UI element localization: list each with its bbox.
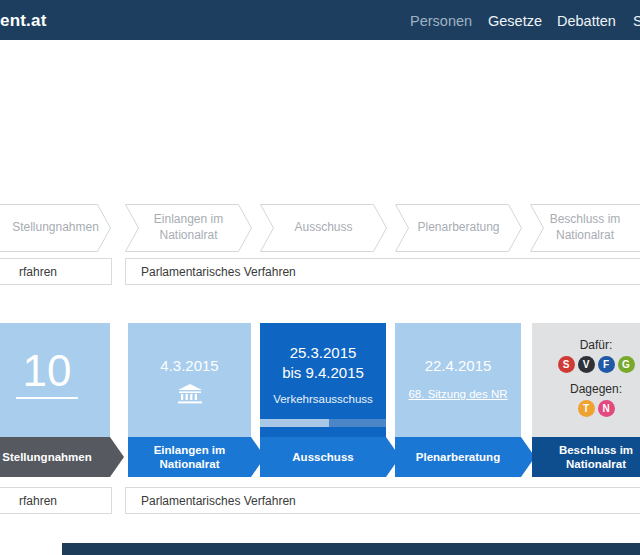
votes-for-label: Dafür: <box>532 338 640 352</box>
process-step-label: Einlangen im Nationalrat <box>125 204 252 252</box>
party-badge-n: N <box>598 400 615 417</box>
card-ausschuss: 25.3.2015 bis 9.4.2015 Verkehrsausschuss <box>260 323 386 437</box>
card-footer-plenarberatung: Plenarberatung <box>395 437 521 477</box>
card-beschluss: Dafür: S V F G Dagegen: T N <box>532 323 640 437</box>
session-link[interactable]: 68. Sitzung des NR <box>408 388 507 400</box>
stellungnahmen-count-link[interactable]: 10 <box>16 347 79 399</box>
phase-label-left-bottom: rfahren <box>0 487 112 514</box>
parliament-building-icon <box>177 384 203 404</box>
einlangen-date: 4.3.2015 <box>160 356 218 376</box>
card-einlangen: 4.3.2015 <box>128 323 251 437</box>
card-footer-einlangen: Einlangen im Nationalrat <box>128 437 251 477</box>
process-step-stellungnahmen: Stellungnahmen <box>0 204 111 252</box>
footer-strip <box>62 543 640 555</box>
plenar-date: 22.4.2015 <box>425 356 492 376</box>
votes-for-badges: S V F G <box>532 356 640 373</box>
card-footer-ausschuss: Ausschuss <box>260 437 386 477</box>
party-badge-s: S <box>558 356 575 373</box>
phase-label-left-top: rfahren <box>0 258 112 285</box>
ausschuss-date-to: bis 9.4.2015 <box>282 363 364 383</box>
party-badge-f: F <box>598 356 615 373</box>
nav-item-gesetze[interactable]: Gesetze <box>488 13 542 29</box>
process-breadcrumb: Stellungnahmen Einlangen im Nationalrat … <box>0 204 640 252</box>
process-step-beschluss: Beschluss im Nationalrat <box>530 204 640 252</box>
card-stellungnahmen: 10 <box>0 323 110 437</box>
process-step-label: Plenarberatung <box>395 204 522 252</box>
process-step-label: Beschluss im Nationalrat <box>530 204 640 252</box>
process-step-einlangen: Einlangen im Nationalrat <box>125 204 252 252</box>
ausschuss-date-from: 25.3.2015 <box>290 343 357 363</box>
process-step-ausschuss: Ausschuss <box>260 204 387 252</box>
process-step-plenarberatung: Plenarberatung <box>395 204 522 252</box>
page: ent.at Personen Gesetze Debatten S Stell… <box>0 0 640 555</box>
committee-name: Verkehrsausschuss <box>273 393 373 405</box>
card-plenarberatung: 22.4.2015 68. Sitzung des NR <box>395 323 521 437</box>
process-step-label: Stellungnahmen <box>0 204 111 252</box>
party-badge-v: V <box>578 356 595 373</box>
committee-progress-fill <box>260 419 329 427</box>
site-logo[interactable]: ent.at <box>0 11 47 31</box>
party-badge-g: G <box>618 356 635 373</box>
party-badge-t: T <box>578 400 595 417</box>
nav-item-suche-cut[interactable]: S <box>633 13 640 29</box>
nav-item-debatten[interactable]: Debatten <box>557 13 616 29</box>
nav-item-personen[interactable]: Personen <box>410 13 472 29</box>
phase-label-parlamentarisches-verfahren-top: Parlamentarisches Verfahren <box>125 258 640 285</box>
card-footer-beschluss: Beschluss im Nationalrat <box>532 437 640 477</box>
phase-label-parlamentarisches-verfahren-bottom: Parlamentarisches Verfahren <box>125 487 640 514</box>
committee-progress-bar <box>260 419 386 427</box>
top-navigation-bar: ent.at Personen Gesetze Debatten S <box>0 0 640 40</box>
votes-against-label: Dagegen: <box>532 382 640 396</box>
card-footer-stellungnahmen: Stellungnahmen <box>0 437 110 477</box>
process-step-label: Ausschuss <box>260 204 387 252</box>
votes-against-badges: T N <box>532 400 640 417</box>
